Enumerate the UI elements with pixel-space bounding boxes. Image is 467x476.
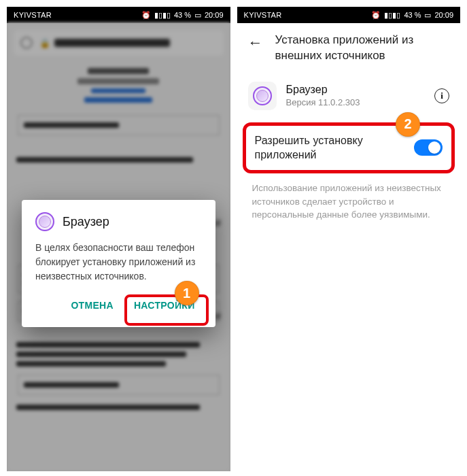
carrier-label: KYIVSTAR — [244, 11, 282, 19]
alarm-icon: ⏰ — [371, 11, 381, 20]
app-version: Версия 11.0.2.303 — [286, 97, 426, 107]
info-icon[interactable]: i — [434, 88, 449, 103]
cancel-button[interactable]: ОТМЕНА — [64, 293, 120, 318]
browser-icon — [253, 86, 272, 105]
app-info-row: Браузер Версия 11.0.2.303 i — [237, 75, 461, 121]
clock: 20:09 — [434, 11, 453, 19]
allow-install-toggle[interactable] — [414, 139, 443, 156]
security-dialog: Браузер В целях безопасности ваш телефон… — [22, 200, 215, 327]
status-right: ⏰ ▮▯▮▯ 43 % ▭ 20:09 — [141, 11, 224, 20]
right-screenshot: KYIVSTAR ⏰ ▮▯▮▯ 43 % ▭ 20:09 ← Установка… — [237, 7, 461, 471]
allow-install-row[interactable]: Разрешить установку приложений 2 — [245, 124, 453, 172]
page-title: Установка приложений из внешних источник… — [275, 33, 450, 64]
vibrate-icon: ▮▯▮▯ — [384, 11, 400, 20]
status-bar: KYIVSTAR ⏰ ▮▯▮▯ 43 % ▭ 20:09 — [7, 7, 230, 23]
app-name: Браузер — [286, 84, 426, 96]
warning-text: Использование приложений из неизвестных … — [237, 175, 461, 228]
vibrate-icon: ▮▯▮▯ — [154, 11, 171, 20]
alarm-icon: ⏰ — [141, 11, 151, 20]
blurred-page: 🔒 # # — [7, 23, 230, 471]
settings-button[interactable]: НАСТРОЙКИ — [127, 293, 202, 318]
battery-text: 43 % — [404, 11, 421, 19]
app-icon-container — [248, 82, 277, 110]
clock: 20:09 — [205, 11, 224, 19]
browser-icon — [35, 212, 54, 231]
back-button[interactable]: ← — [248, 33, 263, 52]
battery-icon: ▭ — [194, 11, 201, 20]
toggle-label: Разрешить установку приложений — [255, 133, 391, 163]
dialog-message: В целях безопасности ваш телефон блокиру… — [35, 241, 202, 284]
status-right: ⏰ ▮▯▮▯ 43 % ▭ 20:09 — [371, 11, 453, 20]
battery-text: 43 % — [174, 11, 191, 19]
battery-icon: ▭ — [424, 11, 431, 20]
left-screenshot: KYIVSTAR ⏰ ▮▯▮▯ 43 % ▭ 20:09 🔒 — [7, 7, 230, 471]
carrier-label: KYIVSTAR — [14, 11, 52, 19]
dialog-title: Браузер — [63, 215, 109, 229]
status-bar: KYIVSTAR ⏰ ▮▯▮▯ 43 % ▭ 20:09 — [237, 7, 461, 23]
